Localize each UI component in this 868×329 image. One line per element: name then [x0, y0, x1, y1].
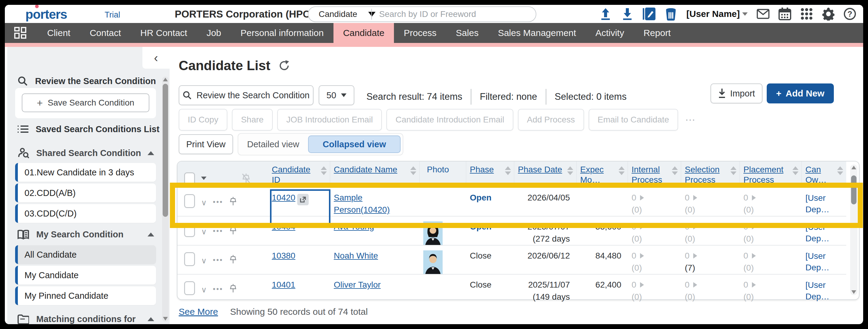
expand-triangle-icon[interactable] — [640, 253, 644, 259]
sidebar-item-new-candidate[interactable]: 01.New Candidate in 3 days — [15, 163, 156, 182]
row-more-menu[interactable]: ••• — [213, 254, 223, 266]
review-search-condition-button[interactable]: Review the Search Condition — [179, 85, 313, 105]
modules-grid-icon[interactable] — [14, 27, 27, 39]
expand-triangle-icon[interactable] — [752, 282, 756, 288]
select-all-checkbox[interactable] — [184, 172, 195, 186]
chevron-up-icon[interactable] — [148, 317, 154, 321]
pin-icon[interactable] — [229, 225, 237, 236]
table-scrollbar[interactable] — [850, 164, 858, 295]
nav-item-activity[interactable]: Activity — [586, 23, 634, 43]
sidebar-item-my-candidate[interactable]: My Candidate — [15, 266, 156, 285]
expand-triangle-icon[interactable] — [752, 224, 756, 230]
expand-triangle-icon[interactable] — [693, 282, 697, 288]
row-expand-chevron[interactable]: ∨ — [201, 197, 207, 209]
sort-icon[interactable] — [619, 166, 625, 175]
save-search-condition-button[interactable]: + Save Search Condition — [22, 93, 149, 112]
collapsed-view-tab[interactable]: Collapsed view — [308, 136, 401, 153]
nav-item-personal-information[interactable]: Personal information — [231, 23, 334, 43]
column-header-placement-process[interactable]: Placement Process — [740, 161, 802, 186]
download-icon[interactable] — [621, 7, 634, 20]
print-view-button[interactable]: Print View — [179, 134, 233, 154]
sort-icon[interactable] — [731, 166, 737, 175]
candidate-name-link[interactable]: Oliver Taylor — [334, 280, 381, 289]
column-header-phase-date[interactable]: Phase Date — [514, 161, 577, 186]
row-more-menu[interactable]: ••• — [213, 283, 223, 295]
detailed-view-tab[interactable]: Detailed view — [238, 140, 308, 149]
pin-icon[interactable] — [229, 254, 237, 265]
scrollbar-thumb[interactable] — [163, 84, 168, 217]
import-button[interactable]: Import — [711, 84, 763, 103]
expand-triangle-icon[interactable] — [752, 195, 756, 201]
my-search-condition-heading[interactable]: My Search Condition — [18, 230, 123, 239]
expand-triangle-icon[interactable] — [640, 195, 644, 201]
saved-search-conditions-heading[interactable]: Saved Search Conditions List — [18, 124, 159, 134]
page-size-dropdown[interactable]: 50 — [319, 85, 354, 105]
candidate-id-link[interactable]: 10401 — [272, 280, 296, 289]
sidebar-item-my-pinned-candidate[interactable]: My Pinned Candidate — [15, 287, 156, 305]
app-grid-icon[interactable] — [800, 7, 813, 20]
add-new-button[interactable]: + Add New — [767, 84, 834, 103]
gear-icon[interactable] — [822, 7, 835, 20]
search-input[interactable] — [372, 9, 536, 19]
row-expand-chevron[interactable]: ∨ — [201, 226, 207, 238]
see-more-link[interactable]: See More — [179, 307, 218, 317]
sort-icon[interactable] — [505, 166, 511, 175]
id-copy-button[interactable]: ID Copy — [179, 109, 227, 131]
porters-logo[interactable]: porters — [25, 7, 67, 22]
row-more-menu[interactable]: ••• — [213, 225, 223, 237]
chevron-up-icon[interactable] — [148, 233, 154, 237]
refresh-icon[interactable] — [278, 60, 290, 72]
nav-item-job[interactable]: Job — [197, 23, 231, 43]
expand-triangle-icon[interactable] — [752, 253, 756, 259]
nav-item-process[interactable]: Process — [394, 23, 446, 43]
pin-icon[interactable] — [229, 196, 237, 207]
scroll-down-arrow[interactable] — [851, 290, 856, 294]
nav-item-report[interactable]: Report — [634, 23, 680, 43]
column-header-internal-process[interactable]: Internal Process — [628, 161, 681, 186]
sort-icon[interactable] — [793, 166, 799, 175]
column-header-candidate-owner[interactable]: Can Ow… — [802, 161, 846, 186]
more-actions-button[interactable]: ⋯ — [685, 114, 696, 126]
select-menu-caret[interactable] — [201, 177, 207, 180]
expand-triangle-icon[interactable] — [640, 282, 644, 288]
scroll-up-arrow[interactable] — [851, 166, 856, 169]
sort-icon[interactable] — [410, 166, 416, 175]
trash-icon[interactable] — [664, 7, 677, 20]
expand-triangle-icon[interactable] — [693, 224, 697, 230]
column-header-expected-monthly[interactable]: Expec Mo… — [577, 161, 628, 186]
row-checkbox[interactable] — [184, 223, 195, 237]
scrollbar-thumb[interactable] — [851, 175, 857, 204]
sidebar-collapse-button[interactable]: ‹ — [143, 47, 169, 69]
expand-triangle-icon[interactable] — [693, 253, 697, 259]
sidebar-scrollbar[interactable] — [162, 77, 169, 322]
nav-item-candidate[interactable]: Candidate — [334, 23, 394, 43]
candidate-id-link[interactable]: 10380 — [272, 251, 296, 260]
sidebar-item-all-candidate[interactable]: All Candidate — [15, 245, 156, 264]
shared-search-condition-heading[interactable]: Shared Search Condition — [18, 148, 141, 158]
matching-conditions-heading[interactable]: Matching conditions for — [18, 314, 136, 324]
row-checkbox[interactable] — [184, 281, 195, 295]
sort-icon[interactable] — [321, 166, 327, 175]
sort-icon[interactable] — [567, 166, 573, 175]
nav-item-sales-management[interactable]: Sales Management — [488, 23, 586, 43]
expand-triangle-icon[interactable] — [693, 195, 697, 201]
scroll-down-arrow[interactable] — [163, 317, 168, 321]
expand-triangle-icon[interactable] — [640, 224, 644, 230]
user-menu[interactable]: [User Name] — [686, 9, 748, 19]
row-checkbox[interactable] — [184, 252, 195, 266]
column-header-candidate-id[interactable]: Candidate ID — [268, 161, 330, 186]
pin-icon[interactable] — [229, 283, 237, 294]
calendar-icon[interactable] — [778, 7, 791, 20]
compose-note-icon[interactable] — [643, 7, 655, 20]
help-icon[interactable]: ? — [844, 8, 856, 20]
column-header-candidate-name[interactable]: Candidate Name — [330, 161, 420, 186]
candidate-introduction-email-button[interactable]: Candidate Introduction Email — [386, 109, 514, 131]
row-expand-chevron[interactable]: ∨ — [201, 255, 207, 267]
job-introduction-email-button[interactable]: JOB Introduction Email — [277, 109, 382, 131]
nav-item-client[interactable]: Client — [37, 23, 80, 43]
mail-icon[interactable] — [757, 7, 769, 20]
unpin-all-icon[interactable] — [242, 173, 251, 184]
column-header-selection-process[interactable]: Selection Process — [681, 161, 740, 186]
row-checkbox[interactable] — [184, 194, 195, 208]
scroll-up-arrow[interactable] — [163, 78, 168, 81]
